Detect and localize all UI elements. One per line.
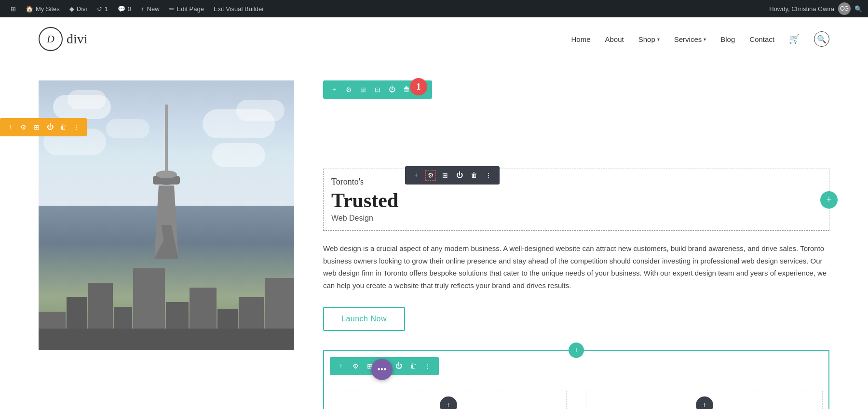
admin-bar: ⊞ 🏠 My Sites ◆ Divi ↺ 1 💬 0 + New ✏ Edit… (0, 0, 868, 17)
nav-services[interactable]: Services ▾ (674, 35, 706, 43)
comments-item[interactable]: 💬 0 (113, 0, 136, 17)
divi-label: Divi (77, 5, 87, 13)
cart-icon[interactable]: 🛒 (789, 34, 800, 44)
nav-home[interactable]: Home (571, 35, 590, 43)
row-add-button[interactable]: + (329, 84, 339, 95)
avatar[interactable]: CG (838, 2, 851, 15)
updates-count: 1 (105, 5, 108, 13)
my-sites-icon: 🏠 (26, 5, 33, 13)
badge-label: 1 (417, 82, 421, 92)
edit-page-item[interactable]: ✏ Edit Page (164, 0, 209, 17)
updates-icon: ↺ (97, 5, 102, 13)
nav-contact[interactable]: Contact (749, 35, 774, 43)
section-power-button[interactable]: ⏻ (45, 122, 54, 132)
row2-power-button[interactable]: ⏻ (393, 361, 404, 371)
module-toolbar-dark: + ⚙ ⊞ ⏻ 🗑 ⋮ (405, 166, 500, 185)
row-columns-button[interactable]: ⊟ (372, 84, 383, 95)
updates-item[interactable]: ↺ 1 (92, 0, 113, 17)
module-settings-button[interactable]: ⚙ (425, 170, 436, 181)
ground (39, 329, 294, 350)
new-item[interactable]: + New (136, 0, 164, 17)
nav-services-label: Services (674, 35, 702, 43)
body-text: Web design is a crucial aspect of any mo… (323, 242, 829, 291)
row-settings-button[interactable]: ⚙ (343, 84, 354, 95)
nav-shop[interactable]: Shop ▾ (638, 35, 660, 43)
row2-delete-button[interactable]: 🗑 (408, 361, 419, 371)
nav-blog-label: Blog (720, 35, 735, 43)
right-column: + ⚙ ⊞ ⊟ ⏻ 🗑 ⋮ 1 + ⚙ ⊞ ⏻ 🗑 (323, 80, 829, 409)
my-sites-menu[interactable]: 🏠 My Sites (21, 0, 65, 17)
section-grid-button[interactable]: ⊞ (32, 122, 41, 132)
howdy-text: Howdy, Christina Gwira (769, 5, 834, 13)
inner-column-1: + (330, 391, 567, 409)
section-delete-button[interactable]: 🗑 (58, 122, 68, 132)
edit-page-label: Edit Page (177, 5, 204, 13)
comments-icon: 💬 (118, 5, 125, 13)
dots-icon: ••• (378, 365, 387, 375)
nav-blog[interactable]: Blog (720, 35, 735, 43)
logo-circle: D (39, 27, 63, 51)
cloud-2 (68, 90, 106, 109)
module-add-button[interactable]: + (411, 170, 421, 181)
row2-more-button[interactable]: ⋮ (422, 361, 433, 371)
site-header: D divi Home About Shop ▾ Services ▾ Blog… (0, 17, 868, 61)
launch-now-button[interactable]: Launch Now (323, 307, 405, 331)
my-sites-label: My Sites (36, 5, 60, 13)
cn-tower-svg (147, 105, 186, 259)
divi-logo-icon: ◆ (69, 5, 74, 13)
module-delete-button[interactable]: 🗑 (469, 170, 479, 181)
row2-add-button[interactable]: + (336, 361, 346, 371)
chevron-down-icon: ▾ (704, 37, 706, 42)
nav-contact-label: Contact (749, 35, 774, 43)
row-power-button[interactable]: ⏻ (387, 84, 397, 95)
heading-webdesign: Web Design (331, 214, 821, 223)
site-navigation: Home About Shop ▾ Services ▾ Blog Contac… (571, 31, 829, 47)
cloud-7 (212, 143, 265, 167)
wp-icon: ⊞ (11, 5, 16, 13)
add-row-button-top[interactable]: + (569, 343, 584, 358)
row2-settings-button[interactable]: ⚙ (350, 361, 361, 371)
module-more-button[interactable]: ⋮ (483, 170, 494, 181)
nav-shop-label: Shop (638, 35, 655, 43)
nav-home-label: Home (571, 35, 590, 43)
exit-visual-builder-item[interactable]: Exit Visual Builder (209, 0, 269, 17)
wp-logo[interactable]: ⊞ (6, 0, 21, 17)
section-settings-button[interactable]: ⚙ (19, 122, 28, 132)
exit-label: Exit Visual Builder (214, 5, 264, 13)
bottom-section: + + ⚙ ⊞ ⊟ ⏻ 🗑 ⋮ + (323, 350, 829, 409)
nav-about[interactable]: About (605, 35, 624, 43)
add-module-button-right[interactable]: + (820, 191, 838, 209)
cloud-6 (106, 119, 149, 138)
section-more-button[interactable]: ⋮ (72, 122, 81, 132)
row-toolbar-wrapper: + ⚙ ⊞ ⊟ ⏻ 🗑 ⋮ 1 (323, 80, 432, 99)
bottom-inner-row: + + (330, 381, 823, 409)
site-logo[interactable]: D divi (39, 27, 88, 51)
svg-point-3 (156, 171, 177, 178)
launch-btn-label: Launch Now (341, 315, 387, 323)
content-row: + ⚙ ⊞ ⊟ ⏻ 🗑 ⋮ 1 + ⚙ ⊞ ⏻ 🗑 (0, 61, 868, 409)
new-icon: + (141, 5, 145, 13)
row-grid-button[interactable]: ⊞ (358, 84, 368, 95)
divi-item[interactable]: ◆ Divi (65, 0, 92, 17)
edit-icon: ✏ (169, 5, 175, 13)
search-icon[interactable]: 🔍 (854, 5, 862, 13)
inner-column-2: + (586, 391, 823, 409)
nav-about-label: About (605, 35, 624, 43)
heading-trusted: Trusted (331, 189, 821, 212)
builder-area: + ⚙ ⊞ ⏻ 🗑 ⋮ (0, 61, 868, 409)
add-module-col1-button[interactable]: + (440, 396, 457, 409)
logo-text: divi (67, 31, 88, 47)
section-add-button[interactable]: + (6, 122, 15, 132)
admin-bar-right: Howdy, Christina Gwira CG 🔍 (769, 2, 862, 15)
badge-one: 1 (410, 78, 427, 95)
svg-rect-0 (165, 105, 168, 182)
nav-search-icon[interactable]: 🔍 (814, 31, 829, 47)
chevron-down-icon: ▾ (657, 37, 660, 42)
purple-dots-button[interactable]: ••• (371, 359, 393, 380)
cloud-4 (236, 100, 285, 121)
text-module-box: Toronto's Trusted Web Design + (323, 169, 829, 231)
module-duplicate-button[interactable]: ⊞ (440, 170, 450, 181)
module-power-button[interactable]: ⏻ (454, 170, 465, 181)
comments-count: 0 (128, 5, 131, 13)
add-module-col2-button[interactable]: + (696, 396, 713, 409)
